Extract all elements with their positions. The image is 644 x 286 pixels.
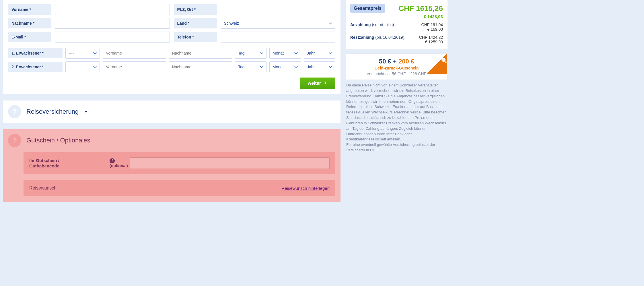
promo-box[interactable]: 50 € + 200 € Geld-zurück-Gutschein entsp… (346, 53, 448, 80)
anzahlung-chf: CHF 191,04 (421, 22, 443, 27)
promo-corner: Aktion i (427, 54, 447, 74)
traveler-day-select[interactable]: Tag (235, 48, 266, 59)
vorname-input[interactable] (55, 4, 170, 15)
traveler-row: 2. Erwachsener * ---- Tag Monat Jahr (8, 61, 335, 72)
traveler-vorname-input[interactable] (103, 48, 166, 59)
wish-link[interactable]: Reisewunsch hinterlegen (281, 186, 330, 191)
plz-input[interactable] (221, 4, 271, 15)
chevron-right-icon (324, 81, 327, 86)
wish-label: Reisewunsch (29, 185, 57, 191)
traveler-vorname-input[interactable] (103, 61, 166, 72)
traveler-title-select[interactable]: ---- (65, 61, 100, 72)
traveler-day-select[interactable]: Tag (235, 61, 266, 72)
wish-box: Reisewunsch Reisewunsch hinterlegen (24, 180, 335, 196)
traveler-title-select[interactable]: ---- (65, 48, 100, 59)
help-icon: ? (8, 105, 21, 118)
traveler-label: 2. Erwachsener * (8, 62, 63, 72)
anzahlung-eur: € 169,00 (427, 27, 443, 32)
traveler-month-select[interactable]: Monat (269, 48, 301, 59)
price-summary-panel: Gesamtpreis CHF 1615,26 € 1428,93 Anzahl… (346, 0, 448, 49)
gesamtpreis-label: Gesamtpreis (350, 4, 385, 13)
email-label: E-Mail * (8, 32, 51, 42)
gesamtpreis-eur: € 1428,93 (350, 14, 443, 19)
traveler-label: 1. Erwachsener * (8, 48, 63, 58)
land-label: Land * (174, 18, 217, 28)
traveler-month-select[interactable]: Monat (269, 61, 301, 72)
plz-label: PLZ, Ort * (174, 4, 217, 15)
nachname-label: Nachname * (8, 18, 51, 28)
chevron-down-icon (83, 108, 88, 115)
coupon-section: ? Gutschein / Optionales Ihr Gutschein /… (3, 129, 341, 202)
gesamtpreis-chf: CHF 1615,26 (398, 4, 443, 13)
email-input[interactable] (55, 32, 170, 42)
insurance-section[interactable]: ? Reiseversicherung (3, 101, 341, 123)
telefon-label: Telefon * (174, 32, 217, 42)
info-icon[interactable]: i (110, 158, 115, 163)
booking-form-panel: Vorname * PLZ, Ort * Nachname * Land * S… (3, 0, 341, 94)
traveler-nachname-input[interactable] (169, 61, 232, 72)
nachname-input[interactable] (55, 18, 170, 29)
currency-disclaimer: Da diese Reise nicht von einem Schweizer… (346, 80, 448, 156)
rest-eur: € 1259,93 (425, 40, 443, 44)
vorname-label: Vorname * (8, 4, 51, 15)
insurance-title: Reiseversicherung (26, 108, 79, 115)
coupon-input[interactable] (130, 157, 330, 169)
traveler-nachname-input[interactable] (169, 48, 232, 59)
coupon-title: Gutschein / Optionales (26, 137, 90, 144)
coupon-label: Ihr Gutschein / Guthabencode (29, 158, 110, 169)
telefon-input[interactable] (221, 32, 336, 42)
help-icon: ? (8, 134, 21, 147)
rest-chf: CHF 1424,22 (419, 35, 443, 40)
coupon-box: Ihr Gutschein / Guthabencode i(optional) (24, 152, 335, 174)
land-select[interactable]: Schweiz (221, 18, 336, 29)
traveler-row: 1. Erwachsener * ---- Tag Monat Jahr (8, 48, 335, 59)
traveler-year-select[interactable]: Jahr (304, 61, 335, 72)
weiter-button[interactable]: weiter (300, 78, 335, 89)
traveler-year-select[interactable]: Jahr (304, 48, 335, 59)
ort-input[interactable] (274, 4, 335, 15)
